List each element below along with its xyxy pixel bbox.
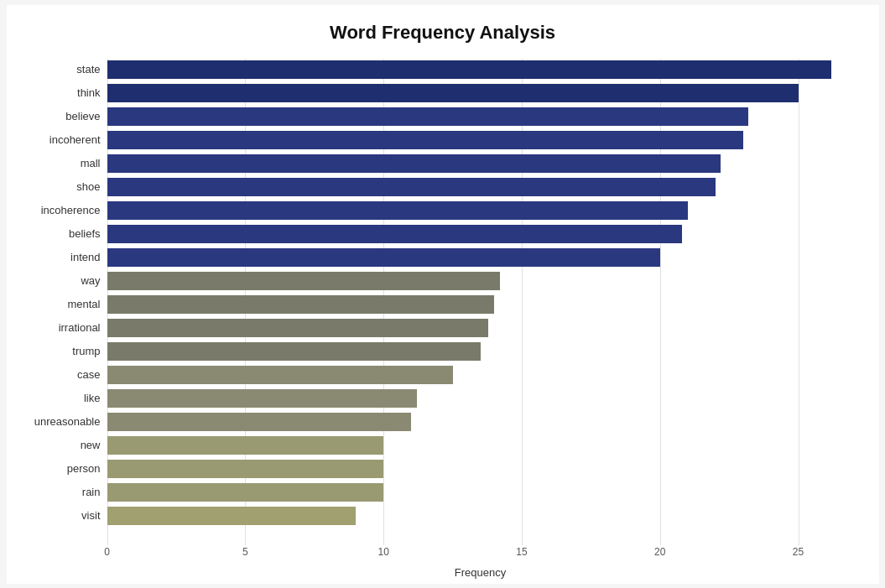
bar-wrapper	[107, 225, 854, 243]
x-tick: 0	[104, 546, 110, 558]
bar-row: case	[107, 364, 854, 386]
bar-label: case	[15, 368, 107, 381]
rows-container: statethinkbelieveincoherentmallshoeincoh…	[107, 59, 854, 545]
bar-label: incoherent	[15, 133, 107, 146]
bar-wrapper	[107, 178, 854, 196]
bar-row: irrational	[107, 317, 854, 339]
bar-row: visit	[107, 505, 854, 527]
bar-label: person	[15, 462, 107, 475]
bar-wrapper	[107, 319, 854, 337]
bar-label: new	[15, 439, 107, 451]
bar-label: intend	[15, 251, 107, 263]
bar	[107, 436, 384, 455]
bar-row: intend	[107, 247, 854, 268]
bar-label: way	[15, 274, 107, 287]
bar-row: way	[107, 270, 854, 292]
bar-wrapper	[107, 413, 854, 431]
bar-row: unreasonable	[107, 411, 854, 433]
bar-row: like	[107, 388, 854, 409]
bar	[107, 131, 743, 149]
bar-row: mall	[107, 153, 854, 174]
bar-wrapper	[107, 295, 854, 314]
bar-wrapper	[107, 272, 854, 290]
bar	[107, 60, 832, 79]
bar-row: person	[107, 458, 854, 480]
bar-wrapper	[107, 60, 854, 79]
bar-label: incoherence	[15, 204, 107, 216]
bar-wrapper	[107, 154, 854, 173]
bar	[107, 460, 384, 478]
x-tick: 20	[654, 546, 665, 558]
bar	[107, 84, 799, 102]
bar-wrapper	[107, 201, 854, 220]
bar	[107, 389, 417, 408]
bar	[107, 342, 481, 361]
bar-wrapper	[107, 366, 854, 384]
bar	[107, 319, 489, 337]
bar-wrapper	[107, 131, 854, 149]
bar	[107, 107, 749, 126]
bar-label: beliefs	[15, 227, 107, 240]
bar-label: mall	[15, 157, 107, 169]
bar-label: think	[15, 86, 107, 99]
bar-wrapper	[107, 460, 854, 478]
bar-label: believe	[15, 110, 107, 122]
bar-label: like	[15, 392, 107, 404]
bar-wrapper	[107, 436, 854, 455]
x-tick: 25	[793, 546, 804, 558]
bar-row: new	[107, 434, 854, 456]
bar	[107, 507, 357, 525]
bar-label: irrational	[15, 321, 107, 334]
bar-label: unreasonable	[15, 415, 107, 428]
bar-row: trump	[107, 341, 854, 362]
bar	[107, 413, 412, 431]
bar-label: trump	[15, 345, 107, 357]
bar-label: state	[15, 63, 107, 75]
bar	[107, 248, 660, 267]
bar-row: mental	[107, 294, 854, 315]
bar-label: visit	[15, 509, 107, 522]
bar-row: incoherence	[107, 200, 854, 221]
bar-row: believe	[107, 106, 854, 127]
bar-wrapper	[107, 483, 854, 502]
bar-wrapper	[107, 248, 854, 267]
bar-wrapper	[107, 389, 854, 408]
bar	[107, 154, 721, 173]
chart-title: Word Frequency Analysis	[32, 22, 854, 44]
x-tick: 15	[516, 546, 527, 558]
bar-wrapper	[107, 342, 854, 361]
x-ticks: 0510152025	[107, 546, 854, 563]
bar	[107, 366, 453, 384]
bar	[107, 201, 688, 220]
bar-wrapper	[107, 107, 854, 126]
x-tick: 10	[377, 546, 388, 558]
bar	[107, 178, 716, 196]
bar-label: shoe	[15, 180, 107, 193]
bar-row: beliefs	[107, 223, 854, 245]
bar	[107, 225, 683, 243]
bar-row: think	[107, 82, 854, 104]
bar	[107, 295, 494, 314]
bar-row: rain	[107, 481, 854, 503]
bar	[107, 272, 500, 290]
chart-container: Word Frequency Analysis statethinkbeliev…	[7, 5, 879, 584]
x-tick: 5	[242, 546, 248, 558]
bar-row: shoe	[107, 176, 854, 198]
x-axis: 0510152025 Frequency	[107, 546, 854, 579]
bar-wrapper	[107, 84, 854, 102]
bar-label: rain	[15, 486, 107, 498]
bar-wrapper	[107, 507, 854, 525]
bar-label: mental	[15, 298, 107, 310]
bar	[107, 483, 384, 502]
bar-row: state	[107, 59, 854, 81]
bar-row: incoherent	[107, 129, 854, 151]
chart-area: statethinkbelieveincoherentmallshoeincoh…	[107, 59, 854, 545]
x-axis-label: Frequency	[107, 566, 854, 579]
